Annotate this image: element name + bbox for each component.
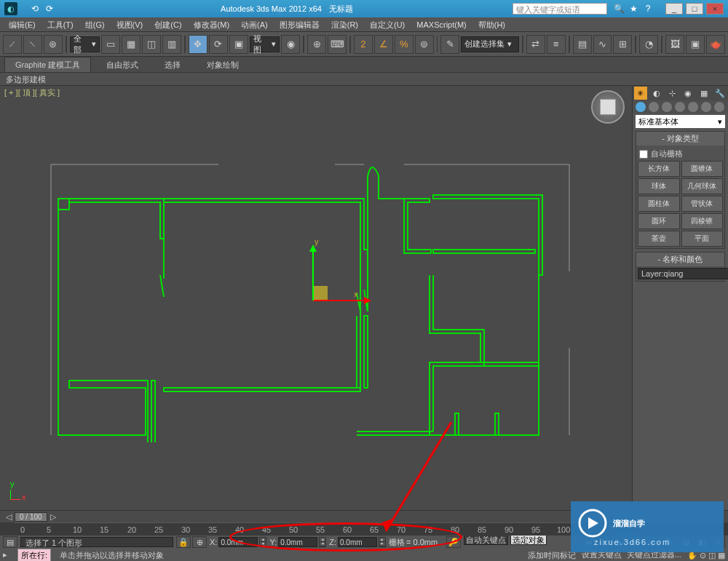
coord-z-input[interactable] bbox=[338, 537, 377, 547]
cameras-icon[interactable] bbox=[675, 102, 685, 112]
viewport-top[interactable]: [ + ][ 顶 ][ 真实 ] bbox=[0, 86, 632, 510]
menu-group[interactable]: 组(G) bbox=[79, 17, 111, 31]
selected-button[interactable]: 选定对象 bbox=[510, 535, 547, 545]
btn-tube[interactable]: 管状体 bbox=[681, 196, 724, 212]
coord-y-input[interactable] bbox=[278, 537, 317, 547]
help-icon[interactable]: ? bbox=[642, 3, 654, 15]
btn-cylinder[interactable]: 圆柱体 bbox=[638, 196, 680, 212]
lights-icon[interactable] bbox=[662, 102, 672, 112]
render-frame-icon[interactable]: ▣ bbox=[686, 35, 705, 54]
spinner-z[interactable]: ▴▾ bbox=[379, 537, 386, 547]
create-tab-icon[interactable]: ✳ bbox=[634, 87, 647, 100]
spacewarps-icon[interactable] bbox=[701, 102, 711, 112]
btn-torus[interactable]: 圆环 bbox=[638, 213, 680, 229]
search-icon[interactable]: 🔍 bbox=[613, 3, 625, 15]
move-icon[interactable]: ✥ bbox=[189, 35, 207, 54]
menu-grapheditor[interactable]: 图形编辑器 bbox=[274, 17, 325, 31]
add-time-tag-button[interactable]: 添加时间标记 bbox=[528, 550, 576, 561]
pivot-icon[interactable]: ◉ bbox=[281, 35, 300, 54]
window-cross-icon[interactable]: ▥ bbox=[162, 35, 181, 54]
ribbon-tab-modeling[interactable]: Graphite 建模工具 bbox=[4, 57, 91, 72]
rollout-header[interactable]: - 对象类型 bbox=[636, 132, 724, 146]
select-icon[interactable]: ▭ bbox=[101, 35, 120, 54]
named-selection-dropdown[interactable]: 创建选择集▾ bbox=[461, 36, 519, 52]
menu-maxscript[interactable]: MAXScript(M) bbox=[411, 17, 472, 31]
ribbon-tab-selection[interactable]: 选择 bbox=[154, 57, 191, 72]
keyboard-icon[interactable]: ⌨ bbox=[328, 35, 347, 54]
rollout-header[interactable]: - 名称和颜色 bbox=[636, 252, 724, 266]
manip-icon[interactable]: ⊕ bbox=[307, 35, 326, 54]
utilities-tab-icon[interactable]: 🔧 bbox=[713, 87, 727, 100]
btn-geosphere[interactable]: 几何球体 bbox=[681, 178, 724, 194]
unlink-icon[interactable]: ⟍ bbox=[23, 35, 42, 54]
help-search-input[interactable]: 键入关键字或短语 bbox=[513, 3, 607, 15]
spinner-x[interactable]: ▴▾ bbox=[259, 537, 266, 547]
hierarchy-tab-icon[interactable]: ⊹ bbox=[666, 87, 679, 100]
edit-named-icon[interactable]: ✎ bbox=[440, 35, 459, 54]
key-mode-icon[interactable]: 🔑 bbox=[446, 536, 461, 548]
object-name-input[interactable] bbox=[638, 268, 728, 279]
timeslider-next-icon[interactable]: ▷ bbox=[50, 512, 56, 522]
select-name-icon[interactable]: ▦ bbox=[122, 35, 141, 54]
menu-tools[interactable]: 工具(T) bbox=[41, 17, 79, 31]
undo-icon[interactable]: ⟲ bbox=[29, 3, 41, 15]
menu-modifier[interactable]: 修改器(M) bbox=[188, 17, 236, 31]
material-icon[interactable]: ◔ bbox=[639, 35, 658, 54]
lock-selection-icon[interactable]: 🔒 bbox=[176, 536, 191, 548]
menu-render[interactable]: 渲染(R) bbox=[325, 17, 364, 31]
btn-box[interactable]: 长方体 bbox=[638, 161, 680, 177]
ribbon-tab-freeform[interactable]: 自由形式 bbox=[95, 57, 149, 72]
menu-customize[interactable]: 自定义(U) bbox=[364, 17, 411, 31]
render-setup-icon[interactable]: 🖼 bbox=[665, 35, 684, 54]
menu-edit[interactable]: 编辑(E) bbox=[3, 17, 41, 31]
coord-x-input[interactable] bbox=[218, 537, 258, 547]
script-listener-icon[interactable]: ▸ bbox=[3, 550, 13, 560]
autogrid-checkbox[interactable]: 自动栅格 bbox=[638, 147, 723, 161]
snap2d-icon[interactable]: 2 bbox=[354, 35, 373, 54]
modify-tab-icon[interactable]: ◐ bbox=[650, 87, 663, 100]
autokey-button[interactable]: 自动关键点 bbox=[464, 535, 508, 545]
menu-help[interactable]: 帮助(H) bbox=[472, 17, 511, 31]
link-icon[interactable]: ⟋ bbox=[3, 35, 22, 54]
helpers-icon[interactable] bbox=[688, 102, 698, 112]
snap-percent-icon[interactable]: % bbox=[395, 35, 414, 54]
btn-plane[interactable]: 平面 bbox=[681, 231, 724, 247]
align-icon[interactable]: ≡ bbox=[547, 35, 566, 54]
menu-view[interactable]: 视图(V) bbox=[111, 17, 149, 31]
shapes-icon[interactable] bbox=[649, 102, 659, 112]
menu-animation[interactable]: 动画(A) bbox=[235, 17, 274, 31]
motion-tab-icon[interactable]: ◉ bbox=[681, 87, 695, 100]
close-button[interactable]: × bbox=[706, 3, 724, 15]
snap-spinner-icon[interactable]: ⊚ bbox=[415, 35, 434, 54]
render-icon[interactable]: 🫖 bbox=[706, 35, 725, 54]
transform-typein-icon[interactable]: ⊕ bbox=[192, 536, 207, 548]
minimize-button[interactable]: _ bbox=[665, 3, 683, 15]
time-slider-handle[interactable]: 0 / 100 bbox=[15, 512, 47, 522]
redo-icon[interactable]: ⟳ bbox=[44, 3, 55, 15]
layers-icon[interactable]: ▤ bbox=[573, 35, 592, 54]
primitive-category-dropdown[interactable]: 标准基本体▾ bbox=[636, 115, 725, 128]
select-region-icon[interactable]: ◫ bbox=[142, 35, 161, 54]
btn-sphere[interactable]: 球体 bbox=[638, 178, 680, 194]
spinner-y[interactable]: ▴▾ bbox=[319, 537, 326, 547]
minitrack-toggle-icon[interactable]: ▤ bbox=[3, 536, 17, 548]
rotate-icon[interactable]: ⟳ bbox=[209, 35, 228, 54]
curve-editor-icon[interactable]: ∿ bbox=[593, 35, 612, 54]
macro-recorder-label[interactable]: 所在行: bbox=[17, 549, 51, 562]
maximize-button[interactable]: □ bbox=[686, 3, 703, 15]
schematic-icon[interactable]: ⊞ bbox=[613, 35, 632, 54]
refcoord-dropdown[interactable]: 视图▾ bbox=[250, 36, 280, 52]
geometry-icon[interactable] bbox=[636, 102, 646, 112]
scale-icon[interactable]: ▣ bbox=[229, 35, 248, 54]
menu-create[interactable]: 创建(C) bbox=[149, 17, 187, 31]
btn-teapot[interactable]: 茶壶 bbox=[638, 231, 680, 247]
display-tab-icon[interactable]: ▦ bbox=[697, 87, 711, 100]
btn-pyramid[interactable]: 四棱锥 bbox=[681, 213, 724, 229]
btn-cone[interactable]: 圆锥体 bbox=[681, 161, 724, 177]
favorite-icon[interactable]: ★ bbox=[628, 3, 639, 15]
systems-icon[interactable] bbox=[714, 102, 724, 112]
timeslider-prev-icon[interactable]: ◁ bbox=[6, 512, 12, 522]
selection-filter-dropdown[interactable]: 全部▾ bbox=[70, 36, 100, 52]
mirror-icon[interactable]: ⇄ bbox=[526, 35, 545, 54]
snap-angle-icon[interactable]: ∠ bbox=[374, 35, 393, 54]
